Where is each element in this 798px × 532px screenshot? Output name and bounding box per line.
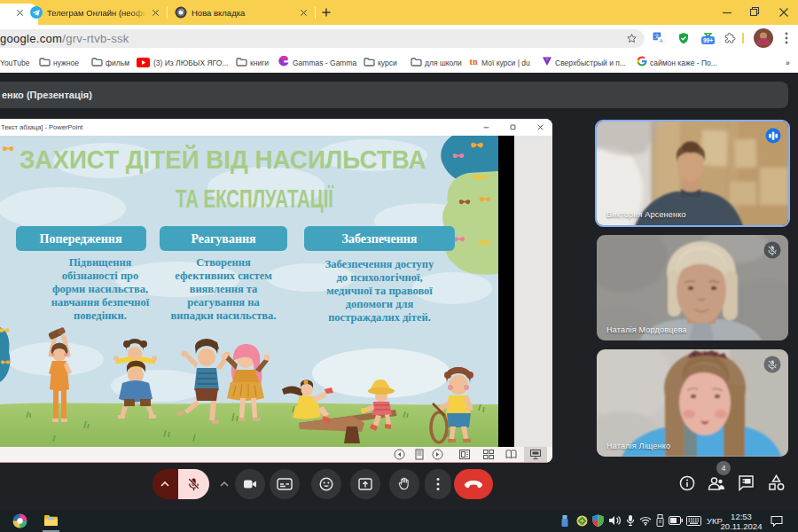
svg-text:A: A	[660, 38, 663, 43]
svg-text:ЗАХИСТ ДІТЕЙ ВІД НАСИЛЬСТВА: ЗАХИСТ ДІТЕЙ ВІД НАСИЛЬСТВА	[20, 144, 426, 174]
svg-text:медичної та правової: медичної та правової	[326, 285, 433, 297]
svg-text:реагування на: реагування на	[187, 296, 260, 309]
svg-text:форми насильства,: форми насильства,	[52, 283, 148, 295]
svg-text:навчання безпечної: навчання безпечної	[51, 296, 150, 309]
svg-text:поведінки.: поведінки.	[74, 309, 127, 322]
svg-text:Створення: Створення	[196, 256, 251, 269]
svg-text:ефективних систем: ефективних систем	[175, 270, 272, 282]
svg-text:виявлення та: виявлення та	[190, 283, 258, 295]
svg-text:99+: 99+	[703, 37, 713, 43]
svg-text:ТА ЕКСПЛУАТАЦІЇ: ТА ЕКСПЛУАТАЦІЇ	[176, 184, 334, 213]
svg-text:до психологічної,: до психологічної,	[336, 271, 422, 284]
svg-text:постраждалих дітей.: постраждалих дітей.	[328, 311, 431, 324]
svg-text:випадки насильства.: випадки насильства.	[171, 309, 277, 322]
svg-text:Попередження: Попередження	[40, 232, 122, 246]
svg-text:допомоги для: допомоги для	[346, 298, 414, 310]
svg-text:Забезпечення доступу: Забезпечення доступу	[325, 258, 434, 270]
svg-text:Реагування: Реагування	[191, 232, 256, 246]
svg-text:обізнаності про: обізнаності про	[62, 270, 139, 282]
svg-text:Підвищення: Підвищення	[69, 256, 132, 269]
svg-text:Забезпечення: Забезпечення	[342, 232, 418, 246]
svg-text:tn: tn	[470, 57, 478, 66]
